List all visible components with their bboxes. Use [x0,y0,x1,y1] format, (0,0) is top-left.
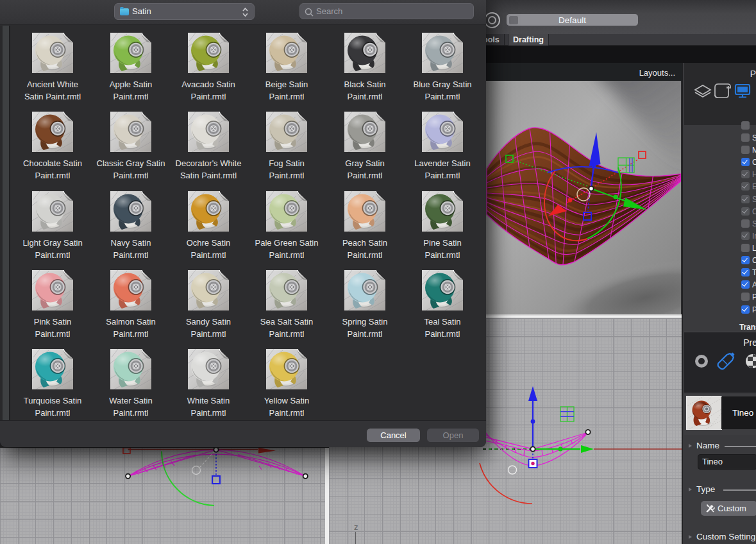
svg-text:z: z [354,522,358,532]
